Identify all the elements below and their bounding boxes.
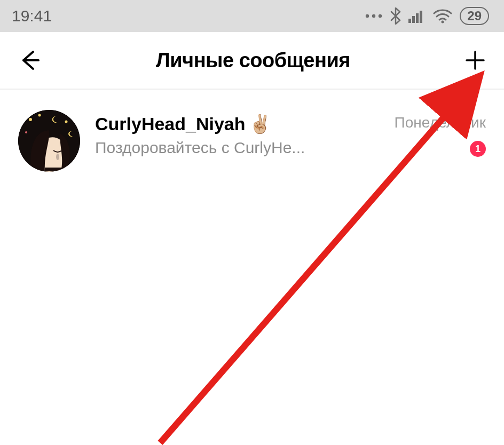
svg-point-15 [65,121,68,123]
bluetooth-icon [390,7,401,25]
chat-preview: Поздоровайтесь с CurlyHe... [95,139,380,157]
svg-point-2 [379,14,382,18]
chat-username: CurlyHead_Niyah ✌🏼 [95,113,380,134]
svg-point-1 [372,14,375,18]
svg-point-0 [366,14,369,18]
cellular-icon [408,9,426,23]
app-header: Личные сообщения [0,32,504,90]
svg-point-13 [29,118,32,121]
status-bar: 19:41 29 [0,0,504,32]
svg-rect-5 [416,13,419,23]
svg-point-14 [38,114,41,117]
chat-meta: Понедельник 1 [395,110,486,157]
svg-point-16 [25,131,27,133]
chat-item[interactable]: CurlyHead_Niyah ✌🏼 Поздоровайтесь с Curl… [0,107,504,175]
battery-indicator: 29 [460,7,489,25]
svg-rect-18 [45,168,66,171]
chat-time: Понедельник [395,114,486,131]
svg-rect-6 [420,11,422,23]
avatar[interactable] [18,110,80,172]
svg-rect-3 [408,19,411,23]
unread-badge: 1 [470,141,486,157]
peace-sign-icon: ✌🏼 [249,113,271,134]
svg-point-7 [442,21,444,23]
status-right: 29 [365,7,489,25]
new-message-button[interactable] [464,50,486,71]
wifi-icon [433,9,452,23]
svg-rect-4 [412,16,415,23]
back-button[interactable] [18,49,42,72]
chat-list: CurlyHead_Niyah ✌🏼 Поздоровайтесь с Curl… [0,90,504,175]
more-icon [365,13,383,19]
username-text: CurlyHead_Niyah [95,114,246,134]
page-title: Личные сообщения [156,49,350,72]
svg-point-17 [56,154,59,160]
chat-main: CurlyHead_Niyah ✌🏼 Поздоровайтесь с Curl… [95,110,380,157]
status-time: 19:41 [12,7,52,25]
